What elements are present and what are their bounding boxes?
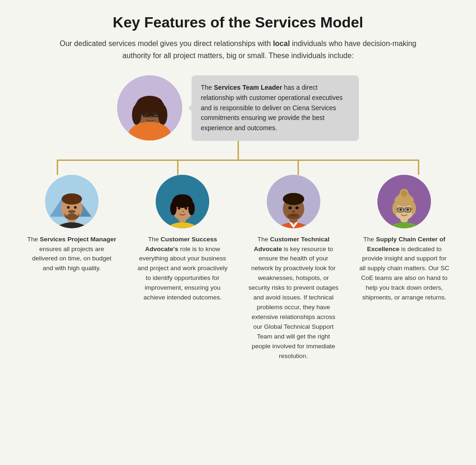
svg-point-42 [182, 211, 184, 212]
branch-tick-1 [57, 161, 58, 175]
leader-section: The Services Team Leader has a direct re… [19, 75, 457, 361]
svg-point-13 [145, 113, 148, 115]
avatar-technical-advocate [267, 175, 320, 228]
subtitle-text: Our dedicated services model gives you d… [57, 38, 419, 61]
pm-description: The Services Project Manager ensures all… [26, 235, 117, 274]
svg-point-15 [150, 117, 152, 119]
cta-description: The Customer Technical Advocate is key r… [248, 235, 339, 361]
team-member-technical-advocate: The Customer Technical Advocate is key r… [240, 175, 347, 361]
team-member-supply-chain: The Supply Chain Center of Excellence is… [351, 175, 458, 361]
branch-ticks-row [57, 161, 419, 175]
leader-avatar [117, 75, 182, 140]
svg-point-37 [170, 201, 177, 215]
svg-point-38 [188, 201, 195, 215]
branch-tick-3 [298, 161, 299, 175]
avatar-project-manager [45, 175, 99, 228]
svg-point-40 [178, 207, 180, 210]
tree-connectors [19, 141, 457, 175]
vertical-connector-top [238, 141, 239, 159]
avatar-csa-svg [156, 175, 209, 228]
svg-point-7 [137, 96, 163, 111]
svg-point-28 [67, 206, 70, 209]
svg-point-41 [185, 207, 187, 210]
team-member-project-manager: The Services Project Manager ensures all… [19, 175, 125, 361]
svg-point-29 [74, 206, 77, 209]
svg-point-68 [399, 208, 402, 211]
sc-description: The Supply Chain Center of Excellence is… [359, 235, 450, 303]
svg-point-60 [401, 190, 408, 197]
svg-point-30 [68, 210, 75, 213]
svg-point-14 [153, 113, 157, 115]
svg-point-39 [175, 194, 191, 202]
svg-point-27 [66, 213, 77, 220]
svg-point-49 [287, 213, 299, 219]
branch-tick-4 [418, 161, 419, 175]
svg-point-48 [284, 193, 302, 201]
avatar-sc-svg [377, 175, 431, 228]
svg-point-62 [410, 202, 416, 214]
csa-description: The Customer Success Advocate's role is … [137, 235, 228, 303]
svg-point-61 [392, 202, 398, 214]
svg-point-52 [292, 211, 295, 213]
svg-point-50 [288, 206, 291, 209]
leader-row: The Services Team Leader has a direct re… [117, 75, 359, 140]
leader-avatar-svg [117, 75, 182, 140]
page-title: Key Features of the Services Model [113, 14, 364, 31]
svg-point-51 [295, 206, 298, 209]
team-member-customer-success: The Customer Success Advocate's role is … [130, 175, 236, 361]
avatar-supply-chain [377, 175, 431, 228]
avatar-pm-svg [45, 175, 99, 228]
avatar-customer-success [156, 175, 209, 228]
svg-point-69 [406, 208, 409, 211]
team-members-row: The Services Project Manager ensures all… [19, 175, 457, 361]
branch-tick-2 [177, 161, 178, 175]
horizontal-connector [57, 159, 419, 161]
svg-point-24 [63, 193, 80, 201]
leader-description-bubble: The Services Team Leader has a direct re… [192, 75, 359, 140]
avatar-cta-svg [267, 175, 320, 228]
